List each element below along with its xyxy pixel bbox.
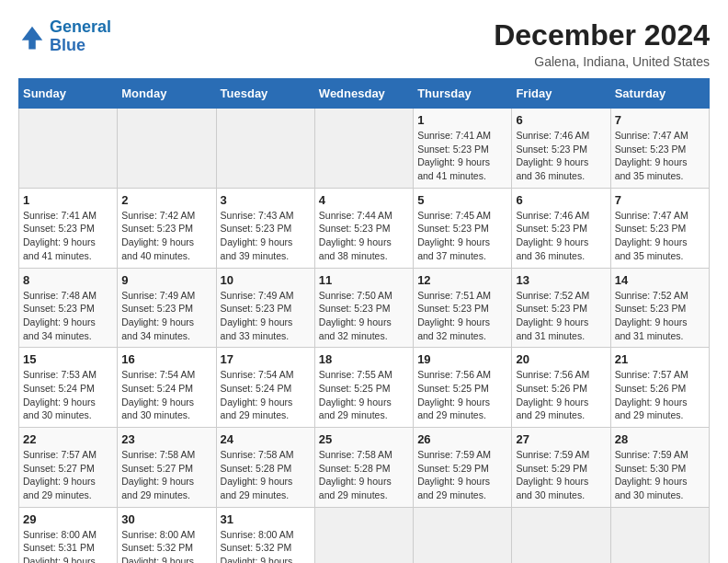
title-block: December 2024 Galena, Indiana, United St… [494, 18, 710, 69]
day-number: 4 [319, 193, 409, 207]
day-info: Sunrise: 7:53 AMSunset: 5:24 PMDaylight:… [23, 368, 113, 422]
calendar-cell: 11Sunrise: 7:50 AMSunset: 5:23 PMDayligh… [314, 268, 413, 348]
logo-text: General Blue [50, 18, 111, 55]
day-number: 12 [417, 273, 507, 287]
day-info: Sunrise: 7:56 AMSunset: 5:26 PMDaylight:… [516, 368, 606, 422]
calendar-cell: 31Sunrise: 8:00 AMSunset: 5:32 PMDayligh… [216, 507, 314, 563]
calendar-header: Sunday Monday Tuesday Wednesday Thursday… [19, 79, 710, 109]
day-number: 15 [23, 352, 113, 366]
calendar-cell [314, 109, 413, 189]
day-info: Sunrise: 7:54 AMSunset: 5:24 PMDaylight:… [121, 368, 211, 422]
day-number: 1 [23, 193, 113, 207]
logo-line2: Blue [50, 36, 85, 54]
header-friday: Friday [512, 79, 610, 109]
day-number: 30 [121, 512, 211, 526]
calendar-cell: 16Sunrise: 7:54 AMSunset: 5:24 PMDayligh… [118, 348, 216, 428]
day-number: 17 [221, 352, 311, 366]
calendar-cell: 1Sunrise: 7:41 AMSunset: 5:23 PMDaylight… [19, 188, 118, 268]
day-info: Sunrise: 7:47 AMSunset: 5:23 PMDaylight:… [615, 129, 705, 183]
day-number: 21 [615, 352, 705, 366]
calendar-cell: 10Sunrise: 7:49 AMSunset: 5:23 PMDayligh… [216, 268, 314, 348]
day-number: 20 [516, 352, 606, 366]
day-number: 9 [121, 273, 211, 287]
calendar-cell [512, 507, 610, 563]
calendar-cell: 27Sunrise: 7:59 AMSunset: 5:29 PMDayligh… [512, 428, 610, 508]
day-info: Sunrise: 7:58 AMSunset: 5:28 PMDaylight:… [319, 448, 409, 502]
calendar-cell: 17Sunrise: 7:54 AMSunset: 5:24 PMDayligh… [216, 348, 314, 428]
calendar-cell: 19Sunrise: 7:56 AMSunset: 5:25 PMDayligh… [414, 348, 512, 428]
day-info: Sunrise: 7:58 AMSunset: 5:27 PMDaylight:… [121, 448, 211, 502]
day-info: Sunrise: 7:51 AMSunset: 5:23 PMDaylight:… [417, 289, 507, 343]
calendar-cell [216, 109, 314, 189]
day-number: 18 [319, 352, 409, 366]
day-info: Sunrise: 7:41 AMSunset: 5:23 PMDaylight:… [23, 209, 113, 263]
calendar-cell: 9Sunrise: 7:49 AMSunset: 5:23 PMDaylight… [118, 268, 216, 348]
header-thursday: Thursday [414, 79, 512, 109]
day-number: 6 [516, 193, 606, 207]
calendar-week-row: 8Sunrise: 7:48 AMSunset: 5:23 PMDaylight… [19, 268, 710, 348]
day-info: Sunrise: 8:00 AMSunset: 5:32 PMDaylight:… [221, 528, 311, 563]
day-info: Sunrise: 7:49 AMSunset: 5:23 PMDaylight:… [221, 289, 311, 343]
day-info: Sunrise: 7:47 AMSunset: 5:23 PMDaylight:… [615, 209, 705, 263]
calendar-cell: 23Sunrise: 7:58 AMSunset: 5:27 PMDayligh… [118, 428, 216, 508]
day-number: 25 [319, 432, 409, 446]
day-info: Sunrise: 7:52 AMSunset: 5:23 PMDaylight:… [516, 289, 606, 343]
logo-icon [18, 23, 46, 51]
calendar-cell: 25Sunrise: 7:58 AMSunset: 5:28 PMDayligh… [314, 428, 413, 508]
calendar-cell [19, 109, 118, 189]
day-number: 8 [23, 273, 113, 287]
day-info: Sunrise: 7:50 AMSunset: 5:23 PMDaylight:… [319, 289, 409, 343]
day-info: Sunrise: 7:46 AMSunset: 5:23 PMDaylight:… [516, 209, 606, 263]
calendar-cell: 7Sunrise: 7:47 AMSunset: 5:23 PMDaylight… [610, 188, 709, 268]
page-title: December 2024 [494, 18, 710, 52]
day-number: 3 [221, 193, 311, 207]
calendar-cell: 8Sunrise: 7:48 AMSunset: 5:23 PMDaylight… [19, 268, 118, 348]
day-number: 24 [221, 432, 311, 446]
day-number: 27 [516, 432, 606, 446]
day-number: 13 [516, 273, 606, 287]
day-info: Sunrise: 7:59 AMSunset: 5:29 PMDaylight:… [417, 448, 507, 502]
day-info: Sunrise: 7:58 AMSunset: 5:28 PMDaylight:… [221, 448, 311, 502]
day-number: 26 [417, 432, 507, 446]
day-info: Sunrise: 7:59 AMSunset: 5:29 PMDaylight:… [516, 448, 606, 502]
calendar-week-row: 1Sunrise: 7:41 AMSunset: 5:23 PMDaylight… [19, 188, 710, 268]
calendar-cell: 30Sunrise: 8:00 AMSunset: 5:32 PMDayligh… [118, 507, 216, 563]
calendar-cell: 21Sunrise: 7:57 AMSunset: 5:26 PMDayligh… [610, 348, 709, 428]
day-number: 19 [417, 352, 507, 366]
day-number: 28 [615, 432, 705, 446]
calendar-cell: 1Sunrise: 7:41 AMSunset: 5:23 PMDaylight… [414, 109, 512, 189]
day-info: Sunrise: 7:56 AMSunset: 5:25 PMDaylight:… [417, 368, 507, 422]
calendar-cell: 6Sunrise: 7:46 AMSunset: 5:23 PMDaylight… [512, 188, 610, 268]
day-info: Sunrise: 7:54 AMSunset: 5:24 PMDaylight:… [221, 368, 311, 422]
calendar-cell: 4Sunrise: 7:44 AMSunset: 5:23 PMDaylight… [314, 188, 413, 268]
calendar-cell: 5Sunrise: 7:45 AMSunset: 5:23 PMDaylight… [414, 188, 512, 268]
day-number: 2 [121, 193, 211, 207]
calendar-table: Sunday Monday Tuesday Wednesday Thursday… [18, 78, 710, 563]
calendar-cell: 3Sunrise: 7:43 AMSunset: 5:23 PMDaylight… [216, 188, 314, 268]
day-number: 7 [615, 193, 705, 207]
calendar-cell [314, 507, 413, 563]
calendar-cell: 14Sunrise: 7:52 AMSunset: 5:23 PMDayligh… [610, 268, 709, 348]
calendar-week-row: 22Sunrise: 7:57 AMSunset: 5:27 PMDayligh… [19, 428, 710, 508]
page-subtitle: Galena, Indiana, United States [494, 54, 710, 69]
calendar-cell: 20Sunrise: 7:56 AMSunset: 5:26 PMDayligh… [512, 348, 610, 428]
day-info: Sunrise: 7:46 AMSunset: 5:23 PMDaylight:… [516, 129, 606, 183]
calendar-cell [414, 507, 512, 563]
calendar-cell: 22Sunrise: 7:57 AMSunset: 5:27 PMDayligh… [19, 428, 118, 508]
day-info: Sunrise: 7:55 AMSunset: 5:25 PMDaylight:… [319, 368, 409, 422]
calendar-week-row: 15Sunrise: 7:53 AMSunset: 5:24 PMDayligh… [19, 348, 710, 428]
calendar-cell: 18Sunrise: 7:55 AMSunset: 5:25 PMDayligh… [314, 348, 413, 428]
calendar-body: 1Sunrise: 7:41 AMSunset: 5:23 PMDaylight… [19, 109, 710, 564]
calendar-cell: 7Sunrise: 7:47 AMSunset: 5:23 PMDaylight… [610, 109, 709, 189]
day-number: 6 [516, 113, 606, 127]
day-info: Sunrise: 7:49 AMSunset: 5:23 PMDaylight:… [121, 289, 211, 343]
day-info: Sunrise: 7:59 AMSunset: 5:30 PMDaylight:… [615, 448, 705, 502]
day-info: Sunrise: 8:00 AMSunset: 5:31 PMDaylight:… [23, 528, 113, 563]
calendar-week-row: 29Sunrise: 8:00 AMSunset: 5:31 PMDayligh… [19, 507, 710, 563]
day-number: 5 [417, 193, 507, 207]
calendar-cell [118, 109, 216, 189]
calendar-cell [610, 507, 709, 563]
header-sunday: Sunday [19, 79, 118, 109]
day-number: 10 [221, 273, 311, 287]
day-number: 11 [319, 273, 409, 287]
